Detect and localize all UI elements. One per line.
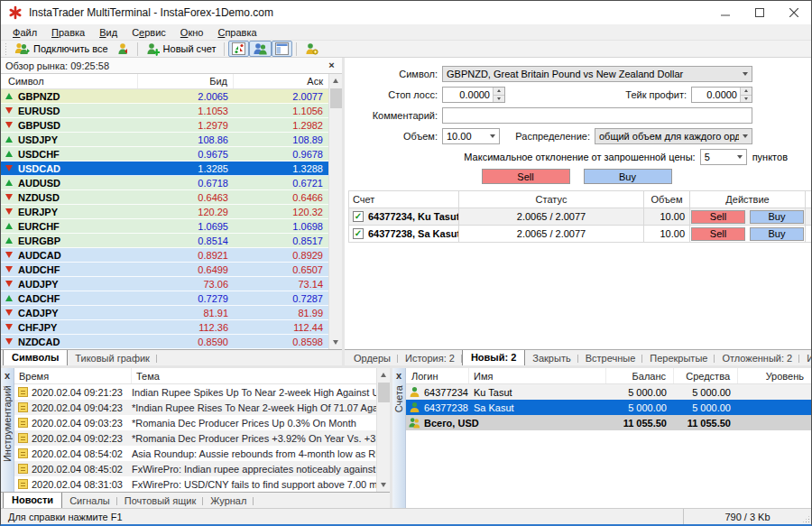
market-watch-tab[interactable]: Тиковый график [68,351,157,365]
column-header-level[interactable]: Уровень [738,368,811,383]
scrollbar-thumb[interactable] [378,383,390,402]
column-header-topic[interactable]: Тема [132,368,376,383]
market-row[interactable]: NZDCAD 0.8590 0.8598 [1,335,328,349]
market-row[interactable]: EURUSD 1.1053 1.1056 [1,104,328,118]
minimize-button[interactable] [708,1,743,24]
distribution-select[interactable]: общий объем для каждого ордера [595,128,752,144]
accounts-toggle-button[interactable] [249,41,272,57]
news-row[interactable]: 2020.02.04 09:02:23 *Romania Dec Produce… [14,430,376,446]
news-row[interactable]: 2020.02.04 09:04:23 *Indian Rupee Rises … [14,400,376,415]
layout-toggle-button[interactable] [272,41,292,57]
toolbox-tab[interactable]: Почтовый ящик [117,494,203,508]
column-header-volume[interactable]: Объем [644,191,690,208]
account-row[interactable]: 64377234 Ku Tasut 5 000.00 5 000.00 [406,384,811,400]
maximize-button[interactable] [743,1,777,24]
symbol-select[interactable]: GBPNZD, Great Britain Pound vs New Zeala… [442,66,752,82]
column-header-bid[interactable]: Бид [138,74,234,88]
stop-loss-up-icon[interactable] [494,88,504,95]
toolbar-grip[interactable] [5,42,8,55]
menu-item[interactable]: Файл [5,26,44,39]
order-account-row[interactable]: ✓64377234, Ku Tasut 2.0065 / 2.0077 10.0… [348,208,811,226]
column-header-balance[interactable]: Баланс [606,368,674,383]
volume-select[interactable]: 10.00 [442,128,500,144]
account-checkbox[interactable]: ✓ [353,228,364,239]
market-row[interactable]: AUDCAD 0.8921 0.8929 [1,248,328,263]
account-row[interactable]: 64377238 Sa Kasut 5 000.00 5 000.00 [406,400,811,415]
market-row[interactable]: NZDUSD 0.6463 0.6466 [1,190,328,205]
news-scrollbar[interactable] [376,368,390,492]
column-header-account[interactable]: Счет [348,191,459,208]
take-profit-up-icon[interactable] [741,88,752,95]
orders-tab[interactable]: Закрыть [525,351,577,365]
market-row[interactable]: EURCHF 1.0695 1.0698 [1,219,328,234]
market-row[interactable]: EURJPY 120.29 120.32 [1,205,328,219]
buy-button[interactable]: Buy [584,169,672,184]
menu-item[interactable]: Сервис [125,26,173,39]
market-row[interactable]: USDJPY 108.86 108.89 [1,133,328,147]
row-buy-button[interactable]: Buy [750,210,804,224]
orders-tab[interactable]: Изменить [799,351,811,365]
market-row[interactable]: AUDUSD 0.6718 0.6721 [1,176,328,190]
column-header-login[interactable]: Логин [406,368,469,383]
market-row[interactable]: EURGBP 0.8514 0.8517 [1,234,328,248]
sell-button[interactable]: Sell [482,169,570,184]
news-row[interactable]: 2020.02.04 09:03:23 *Romania Dec Produce… [14,415,376,430]
market-watch-tab[interactable]: Символы [3,349,68,365]
menu-item[interactable]: Правка [44,26,92,39]
scroll-down-icon[interactable] [329,336,343,349]
column-header-ask[interactable]: Аск [234,74,328,88]
orders-tab[interactable]: Новый: 2 [462,349,525,365]
market-watch-toggle-button[interactable] [228,41,249,57]
take-profit-down-icon[interactable] [741,95,752,103]
toolbox-close-icon[interactable]: x [2,370,14,382]
new-account-button[interactable]: Новый счет [142,41,220,57]
account-row[interactable]: Всего, USD 11 055.50 11 055.50 [406,415,811,430]
toolbox-tab[interactable]: Сигналы [62,494,117,508]
column-header-time[interactable]: Время [14,368,132,383]
row-sell-button[interactable]: Sell [691,227,745,241]
orders-tab[interactable]: Перекрытые [642,351,715,365]
menu-item[interactable]: Вид [92,26,125,39]
news-row[interactable]: 2020.02.04 08:45:02 FxWirePro: Indian ru… [14,461,376,476]
column-header-equity[interactable]: Средства [674,368,738,383]
orders-tab[interactable]: Отложенный: 2 [715,351,799,365]
market-row[interactable]: USDCAD 1.3285 1.3288 [1,161,328,176]
toolbox-tab[interactable]: Новости [3,492,62,508]
accounts-close-icon[interactable]: x [393,370,405,382]
market-row[interactable]: GBPUSD 1.2979 1.2982 [1,118,328,133]
scroll-down-icon[interactable] [377,478,391,492]
disconnect-button[interactable] [112,41,134,57]
close-button[interactable] [777,1,811,24]
market-row[interactable]: CADJPY 81.91 81.99 [1,306,328,320]
column-header-symbol[interactable]: Символ [1,74,138,88]
account-settings-button[interactable] [300,41,322,57]
news-row[interactable]: 2020.02.04 08:31:03 FxWirePro: USD/CNY f… [14,476,376,492]
orders-tab[interactable]: Ордеры [346,351,398,365]
order-account-row[interactable]: ✓64377238, Sa Kasut 2.0065 / 2.0077 10.0… [348,226,811,243]
market-watch-close-icon[interactable]: × [326,60,337,71]
scroll-up-icon[interactable] [377,368,391,382]
stop-loss-down-icon[interactable] [494,95,504,103]
row-sell-button[interactable]: Sell [691,210,745,224]
market-row[interactable]: CADCHF 0.7279 0.7287 [1,291,328,306]
news-row[interactable]: 2020.02.04 08:54:02 Asia Roundup: Aussie… [14,446,376,461]
orders-tab[interactable]: История: 2 [398,351,462,365]
account-checkbox[interactable]: ✓ [353,211,364,222]
news-row[interactable]: 2020.02.04 09:21:23 Indian Rupee Spikes … [14,384,376,400]
comment-input[interactable] [442,107,752,124]
row-buy-button[interactable]: Buy [750,227,804,241]
stop-loss-stepper[interactable]: 0.0000 [442,87,505,103]
connect-all-button[interactable]: Подключить все [11,41,112,57]
resize-grip[interactable] [802,515,810,523]
take-profit-stepper[interactable]: 0.0000 [691,87,752,103]
market-row[interactable]: USDCHF 0.9675 0.9678 [1,147,328,161]
market-watch-scrollbar[interactable] [328,74,342,349]
scrollbar-thumb[interactable] [330,88,342,108]
orders-tab[interactable]: Встречные [578,351,643,365]
menu-item[interactable]: Справка [210,26,263,39]
scroll-up-icon[interactable] [329,74,343,88]
market-row[interactable]: AUDJPY 73.06 73.14 [1,277,328,291]
column-header-name[interactable]: Имя [469,368,606,383]
market-row[interactable]: CHFJPY 112.36 112.44 [1,320,328,335]
column-header-action[interactable]: Действие [690,191,806,208]
